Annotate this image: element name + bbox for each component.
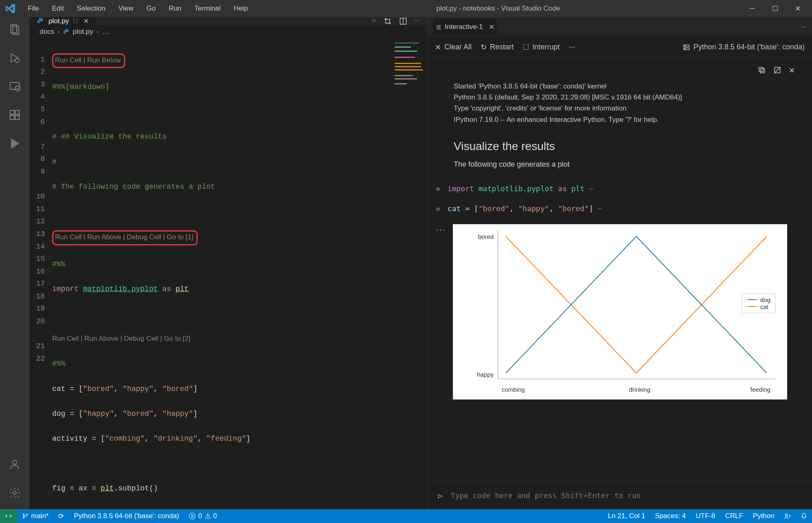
clear-all-button[interactable]: ✕Clear All: [435, 43, 472, 52]
execute-icon[interactable]: ▷: [438, 491, 443, 500]
cell-gear-icon[interactable]: ✲: [436, 184, 440, 193]
cell-gear-icon[interactable]: ✲: [436, 204, 440, 213]
input-placeholder[interactable]: Type code here and press Shift+Enter to …: [451, 491, 641, 500]
svg-point-38: [26, 514, 28, 515]
menu-terminal[interactable]: Terminal: [189, 3, 226, 14]
status-bar: main* ⟳ Python 3.8.5 64-bit ('base': con…: [0, 509, 812, 523]
run-debug-icon[interactable]: [7, 50, 23, 66]
remote-indicator[interactable]: [0, 509, 17, 523]
minimap[interactable]: [391, 38, 427, 112]
more-actions-icon[interactable]: ···: [801, 23, 806, 31]
executed-cell-1[interactable]: ✲ import matplotlib.pyplot as plt ⋯: [436, 184, 800, 193]
interactive-input[interactable]: ▷ Type code here and press Shift+Enter t…: [428, 481, 812, 509]
problems-indicator[interactable]: ⓧ 0 ⚠ 0: [184, 512, 222, 521]
svg-point-39: [786, 514, 788, 516]
kernel-selector[interactable]: Python 3.8.5 64-bit ('base': conda): [683, 43, 805, 51]
editor-tab-bar: plot.py U ✕ ▷ ···: [30, 17, 427, 25]
run-file-icon[interactable]: ▷: [372, 17, 376, 25]
svg-point-4: [15, 86, 20, 91]
git-branch[interactable]: main*: [17, 512, 53, 520]
executed-cell-2[interactable]: ✲ cat = ["bored", "happy", "bored"] ⋯: [436, 204, 800, 213]
language-mode[interactable]: Python: [748, 512, 779, 520]
svg-rect-16: [395, 42, 419, 44]
settings-gear-icon[interactable]: [7, 485, 23, 501]
code-editor[interactable]: 123456 789 1011121314151617181920 2122 R…: [30, 38, 427, 509]
tab-interactive-1[interactable]: ≣ Interactive-1 ✕: [433, 19, 497, 35]
minimize-icon[interactable]: ─: [743, 2, 761, 15]
window-title: plot.py - notebooks - Visual Studio Code: [255, 4, 741, 13]
plot-legend: dog cat: [742, 293, 776, 313]
interactive-tab-bar: ≣ Interactive-1 ✕ ···: [428, 17, 812, 37]
svg-point-37: [23, 517, 24, 519]
editor-pane: plot.py U ✕ ▷ ··· docs › plot.py › … 123…: [29, 17, 427, 509]
explorer-icon[interactable]: [7, 21, 23, 38]
svg-rect-23: [395, 75, 413, 76]
svg-rect-8: [15, 115, 19, 119]
svg-rect-18: [395, 51, 417, 52]
svg-rect-24: [395, 78, 417, 79]
cursor-position[interactable]: Ln 21, Col 1: [603, 512, 650, 520]
copy-icon[interactable]: [758, 66, 766, 75]
restart-button[interactable]: ↻Restart: [481, 43, 514, 52]
interactive-toolbar: ✕Clear All ↻Restart ☐Interrupt ··· Pytho…: [428, 37, 812, 58]
notifications-icon[interactable]: [796, 512, 812, 520]
python-interpreter[interactable]: Python 3.8.5 64-bit ('base': conda): [69, 512, 184, 520]
tab-modified-indicator: U: [73, 17, 78, 25]
menu-edit[interactable]: Edit: [46, 3, 69, 14]
svg-rect-30: [761, 69, 765, 73]
git-compare-icon[interactable]: [384, 17, 392, 25]
indentation[interactable]: Spaces: 4: [650, 512, 691, 520]
interactive-pane: ≣ Interactive-1 ✕ ··· ✕Clear All ↻Restar…: [427, 17, 812, 509]
svg-rect-6: [15, 110, 19, 115]
x-tick-label: drinking: [629, 386, 651, 393]
tab-close-icon[interactable]: ✕: [489, 23, 494, 31]
maximize-icon[interactable]: ☐: [766, 2, 784, 15]
x-tick-label: combing: [502, 386, 525, 393]
menu-selection[interactable]: Selection: [71, 3, 111, 14]
eol[interactable]: CRLF: [720, 512, 748, 520]
code-content[interactable]: Run Cell | Run Below #%%[markdown] # ## …: [52, 38, 427, 509]
tab-filename: plot.py: [49, 17, 69, 25]
plot-more-icon[interactable]: ⋯: [436, 224, 448, 399]
interrupt-button[interactable]: ☐Interrupt: [523, 43, 560, 52]
title-bar: File Edit Selection View Go Run Terminal…: [0, 0, 812, 17]
svg-point-36: [23, 514, 24, 515]
feedback-icon[interactable]: [779, 512, 796, 520]
more-actions-icon[interactable]: ···: [415, 17, 419, 25]
breadcrumb-file[interactable]: plot.py: [73, 28, 93, 36]
kernel-status-text: Started 'Python 3.8.5 64-bit ('base': co…: [436, 81, 800, 125]
menu-go[interactable]: Go: [141, 3, 161, 14]
menu-view[interactable]: View: [113, 3, 139, 14]
breadcrumb-more[interactable]: …: [102, 28, 109, 36]
sync-icon[interactable]: ⟳: [53, 512, 69, 521]
tab-plot-py[interactable]: plot.py U ✕: [30, 17, 96, 25]
menu-run[interactable]: Run: [163, 3, 187, 14]
jupyter-icon: ≣: [436, 23, 441, 31]
encoding[interactable]: UTF-8: [691, 512, 720, 520]
markdown-heading: Visualize the results: [454, 140, 800, 153]
breadcrumb-folder[interactable]: docs: [40, 28, 54, 36]
codelens-cell-1[interactable]: Run Cell | Run Below: [52, 53, 125, 68]
svg-point-2: [15, 58, 19, 62]
interactive-output[interactable]: ✕ Started 'Python 3.8.5 64-bit ('base': …: [428, 58, 812, 481]
extensions-icon[interactable]: [7, 107, 23, 123]
split-editor-icon[interactable]: [399, 17, 407, 25]
tab-close-icon[interactable]: ✕: [84, 18, 89, 25]
svg-rect-20: [395, 63, 421, 64]
plot-output: ⋯ bored happy combing drinking feeding: [436, 224, 800, 399]
python-file-icon: [63, 29, 70, 35]
svg-rect-33: [498, 230, 775, 379]
close-icon[interactable]: ✕: [788, 2, 807, 15]
menu-file[interactable]: File: [22, 3, 44, 14]
svg-point-12: [385, 18, 386, 20]
accounts-icon[interactable]: [7, 456, 23, 472]
bookmark-icon[interactable]: [7, 135, 23, 152]
menu-help[interactable]: Help: [228, 3, 254, 14]
expand-icon[interactable]: [773, 66, 781, 75]
close-icon[interactable]: ✕: [789, 66, 795, 75]
codelens-cell-2[interactable]: Run Cell | Run Above | Debug Cell | Go t…: [52, 230, 198, 245]
remote-explorer-icon[interactable]: [7, 78, 23, 95]
breadcrumb[interactable]: docs › plot.py › …: [30, 25, 427, 38]
codelens-cell-3[interactable]: Run Cell | Run Above | Debug Cell | Go t…: [52, 335, 190, 342]
more-actions-icon[interactable]: ···: [569, 43, 575, 51]
